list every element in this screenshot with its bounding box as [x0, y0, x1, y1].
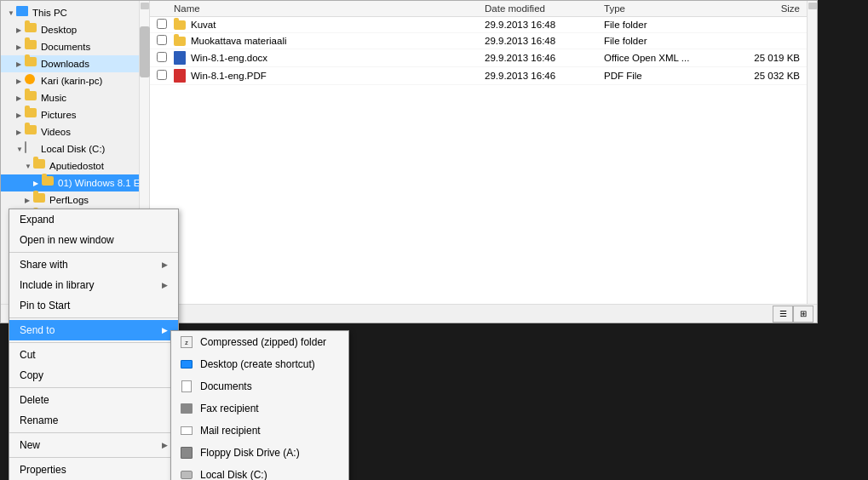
table-row[interactable]: Kuvat 29.9.2013 16:48 File folder — [150, 17, 807, 33]
sidebar-item-pictures[interactable]: ▶ Pictures — [1, 106, 139, 123]
ctx-rename[interactable]: Rename — [9, 410, 178, 431]
expand-arrow-desktop: ▶ — [16, 26, 25, 34]
scroll-up-arrow[interactable] — [141, 3, 149, 9]
folder-icon-kari — [25, 74, 38, 88]
expand-arrow-music: ▶ — [16, 94, 25, 102]
folder-icon-pictures — [25, 108, 38, 122]
row-check-3[interactable] — [157, 52, 174, 64]
ctx-properties[interactable]: Properties — [9, 460, 178, 480]
context-menu: Expand Open in new window Share with ▶ I… — [9, 209, 179, 480]
file-size-3: 25 019 KB — [723, 53, 800, 63]
file-name-1: Kuvat — [174, 20, 485, 30]
ctx-expand[interactable]: Expand — [9, 209, 178, 230]
file-size-4: 25 032 KB — [723, 71, 800, 81]
floppy-icon-shape — [181, 447, 193, 459]
view-grid-button[interactable]: ⊞ — [793, 306, 813, 323]
file-name-3: Win-8.1-eng.docx — [174, 51, 485, 65]
checkbox-4[interactable] — [157, 70, 167, 80]
expand-arrow-perflogs: ▶ — [25, 197, 33, 204]
doc-icon-shape — [181, 380, 192, 392]
sub-compressed-label: Compressed (zipped) folder — [200, 336, 326, 348]
sidebar-item-music[interactable]: ▶ Music — [1, 89, 139, 106]
row-check-4[interactable] — [157, 70, 174, 82]
ctx-include-library[interactable]: Include in library ▶ — [9, 275, 178, 295]
ctx-new-label: New — [20, 439, 40, 451]
ctx-delete[interactable]: Delete — [9, 390, 178, 410]
main-scrollbar[interactable] — [807, 1, 817, 304]
sidebar-label-pictures: Pictures — [41, 110, 77, 120]
size-column-header[interactable]: Size — [723, 3, 800, 14]
sidebar-label-this-pc: This PC — [32, 8, 67, 18]
docx-icon-win81 — [174, 51, 186, 65]
sub-fax-label: Fax recipient — [200, 403, 259, 414]
ctx-copy[interactable]: Copy — [9, 365, 178, 386]
date-column-header[interactable]: Date modified — [485, 3, 604, 14]
ctx-sep-4 — [9, 387, 178, 388]
this-pc-icon — [16, 6, 30, 20]
sidebar-item-perflogs[interactable]: ▶ PerfLogs — [1, 191, 139, 209]
file-date-4: 29.9.2013 16:46 — [485, 71, 604, 81]
scroll-thumb[interactable] — [140, 26, 150, 77]
ctx-include-library-label: Include in library — [20, 279, 94, 291]
sidebar-item-aputiedostot[interactable]: ▼ Aputiedostot — [1, 157, 139, 174]
sub-fax-recipient[interactable]: Fax recipient — [171, 397, 348, 420]
sidebar-item-windows81[interactable]: ▶ 01) Windows 8.1 Eng — [1, 174, 139, 191]
sub-floppy-drive[interactable]: Floppy Disk Drive (A:) — [171, 442, 348, 464]
name-column-header[interactable]: Name — [174, 3, 485, 14]
folder-icon-videos — [25, 125, 38, 139]
table-row[interactable]: Win-8.1-eng.PDF 29.9.2013 16:46 PDF File… — [150, 67, 807, 85]
table-row[interactable]: Win-8.1-eng.docx 29.9.2013 16:46 Office … — [150, 49, 807, 67]
checkbox-3[interactable] — [157, 52, 167, 62]
file-list-header: Name Date modified Type Size — [150, 1, 807, 17]
sub-documents[interactable]: Documents — [171, 375, 348, 397]
sidebar-item-kari[interactable]: ▶ Kari (karin-pc) — [1, 72, 139, 89]
ctx-sep-2 — [9, 317, 178, 318]
expand-arrow-pictures: ▶ — [16, 111, 25, 119]
ctx-send-to[interactable]: Send to ▶ — [9, 320, 178, 340]
sub-compressed-zip[interactable]: z Compressed (zipped) folder — [171, 331, 348, 353]
ctx-include-library-arrow: ▶ — [162, 281, 168, 289]
sidebar-item-this-pc[interactable]: ▼ This PC — [1, 4, 139, 21]
sidebar-item-videos[interactable]: ▶ Videos — [1, 123, 139, 140]
ctx-sep-6 — [9, 457, 178, 458]
file-label-win81-docx: Win-8.1-eng.docx — [191, 53, 267, 63]
view-list-button[interactable]: ☰ — [773, 306, 793, 323]
sidebar-label-downloads: Downloads — [41, 59, 89, 69]
zip-icon: z — [180, 335, 193, 349]
expand-arrow-kari: ▶ — [16, 77, 25, 85]
zip-icon-shape: z — [181, 336, 193, 348]
sub-mail-label: Mail recipient — [200, 425, 261, 437]
table-row[interactable]: Muokattava materiaali 29.9.2013 16:48 Fi… — [150, 33, 807, 49]
expand-arrow-windows81: ▶ — [33, 180, 42, 187]
sub-desktop-shortcut[interactable]: Desktop (create shortcut) — [171, 353, 348, 375]
ctx-share-with[interactable]: Share with ▶ — [9, 254, 178, 275]
ctx-expand-label: Expand — [20, 214, 55, 226]
sub-local-disk[interactable]: Local Disk (C:) — [171, 464, 348, 480]
file-label-kuvat: Kuvat — [191, 20, 216, 30]
sidebar-item-local-disk[interactable]: ▼ Local Disk (C:) — [1, 140, 139, 157]
ctx-new[interactable]: New ▶ — [9, 435, 178, 455]
checkbox-1[interactable] — [157, 19, 167, 29]
ctx-pin-to-start[interactable]: Pin to Start — [9, 295, 178, 316]
checkbox-2[interactable] — [157, 35, 167, 45]
sidebar-label-local-disk: Local Disk (C:) — [41, 144, 105, 154]
sidebar-item-documents[interactable]: ▶ Documents — [1, 38, 139, 55]
ctx-cut[interactable]: Cut — [9, 345, 178, 365]
ctx-properties-label: Properties — [20, 464, 66, 476]
type-column-header[interactable]: Type — [604, 3, 723, 14]
file-date-3: 29.9.2013 16:46 — [485, 53, 604, 63]
pdf-icon-win81 — [174, 69, 186, 83]
row-check-1[interactable] — [157, 19, 174, 31]
ctx-delete-label: Delete — [20, 394, 49, 406]
sidebar-item-downloads[interactable]: ▶ Downloads — [1, 55, 139, 72]
sub-mail-recipient[interactable]: Mail recipient — [171, 420, 348, 442]
mail-icon-shape — [181, 426, 193, 435]
sub-desktop-label: Desktop (create shortcut) — [200, 358, 315, 370]
ctx-cut-label: Cut — [20, 349, 36, 361]
ctx-open-new-window[interactable]: Open in new window — [9, 230, 178, 250]
main-scroll-up[interactable] — [808, 3, 817, 9]
folder-icon-muokattava — [174, 37, 186, 46]
ctx-share-with-label: Share with — [20, 259, 68, 271]
sidebar-item-desktop[interactable]: ▶ Desktop — [1, 21, 139, 38]
row-check-2[interactable] — [157, 35, 174, 47]
